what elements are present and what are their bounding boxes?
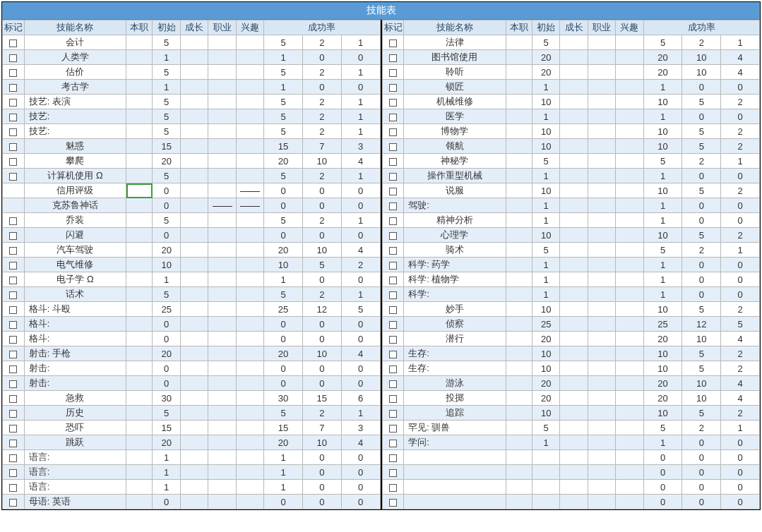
init-cell[interactable]: 5 (153, 35, 180, 50)
checkbox-icon[interactable] (9, 114, 17, 121)
grow-cell[interactable] (180, 80, 208, 95)
grow-cell[interactable] (560, 109, 588, 124)
prof-cell[interactable] (588, 213, 615, 228)
grow-cell[interactable] (180, 109, 208, 124)
init-cell[interactable]: 0 (153, 332, 180, 346)
grow-cell[interactable] (560, 183, 588, 198)
grow-cell[interactable] (180, 50, 208, 65)
occ-cell[interactable] (126, 109, 153, 124)
init-cell[interactable]: 10 (532, 183, 559, 198)
occ-cell[interactable] (506, 169, 532, 183)
prof-cell[interactable] (588, 183, 615, 198)
init-cell[interactable]: 1 (532, 169, 559, 183)
init-cell[interactable] (532, 450, 559, 465)
occ-cell[interactable] (506, 65, 532, 80)
prof-cell[interactable] (208, 302, 236, 317)
init-cell[interactable]: 20 (153, 243, 180, 258)
checkbox-icon[interactable] (389, 128, 397, 136)
mark-cell[interactable] (3, 154, 25, 169)
prof-cell[interactable] (588, 65, 615, 80)
interest-cell[interactable] (616, 465, 643, 480)
grow-cell[interactable] (180, 287, 208, 302)
checkbox-icon[interactable] (389, 202, 397, 210)
init-cell[interactable]: 20 (532, 376, 559, 391)
occ-cell[interactable] (126, 80, 153, 95)
prof-cell[interactable] (208, 213, 236, 228)
occ-cell[interactable] (506, 302, 532, 317)
grow-cell[interactable] (560, 465, 588, 480)
interest-cell[interactable] (616, 95, 643, 109)
grow-cell[interactable] (560, 95, 588, 109)
init-cell[interactable]: 5 (153, 109, 180, 124)
occ-cell[interactable] (506, 35, 532, 50)
mark-cell[interactable] (3, 480, 25, 495)
occ-cell[interactable] (506, 435, 532, 450)
init-cell[interactable]: 1 (532, 109, 559, 124)
init-cell[interactable]: 5 (153, 65, 180, 80)
mark-cell[interactable] (3, 421, 25, 435)
mark-cell[interactable] (382, 361, 404, 376)
mark-cell[interactable] (382, 287, 404, 302)
grow-cell[interactable] (180, 243, 208, 258)
interest-cell[interactable] (236, 95, 263, 109)
mark-cell[interactable] (3, 376, 25, 391)
init-cell[interactable]: 10 (532, 302, 559, 317)
interest-cell[interactable] (616, 213, 643, 228)
mark-cell[interactable] (3, 139, 25, 154)
grow-cell[interactable] (180, 124, 208, 139)
occ-cell[interactable] (126, 95, 153, 109)
checkbox-icon[interactable] (9, 365, 17, 373)
checkbox-icon[interactable] (389, 336, 397, 344)
init-cell[interactable]: 5 (153, 124, 180, 139)
interest-cell[interactable] (236, 213, 263, 228)
mark-cell[interactable] (3, 124, 25, 139)
init-cell[interactable]: 5 (153, 169, 180, 183)
init-cell[interactable] (532, 480, 559, 495)
init-cell[interactable]: 25 (153, 302, 180, 317)
prof-cell[interactable] (208, 332, 236, 346)
grow-cell[interactable] (560, 198, 588, 213)
mark-cell[interactable] (382, 480, 404, 495)
init-cell[interactable]: 1 (153, 465, 180, 480)
checkbox-icon[interactable] (9, 277, 17, 284)
occ-cell[interactable] (506, 198, 532, 213)
mark-cell[interactable] (3, 183, 25, 198)
init-cell[interactable]: 1 (532, 287, 559, 302)
occ-cell[interactable] (126, 198, 153, 213)
mark-cell[interactable] (382, 109, 404, 124)
checkbox-icon[interactable] (9, 247, 17, 255)
mark-cell[interactable] (3, 65, 25, 80)
prof-cell[interactable] (208, 480, 236, 495)
prof-cell[interactable] (588, 450, 615, 465)
interest-cell[interactable] (616, 406, 643, 421)
mark-cell[interactable] (3, 228, 25, 243)
occ-cell[interactable] (506, 109, 532, 124)
init-cell[interactable]: 5 (532, 154, 559, 169)
init-cell[interactable]: 20 (153, 154, 180, 169)
occ-cell[interactable] (506, 346, 532, 361)
interest-cell[interactable] (616, 258, 643, 272)
grow-cell[interactable] (560, 302, 588, 317)
occ-cell[interactable] (506, 213, 532, 228)
grow-cell[interactable] (560, 332, 588, 346)
occ-cell[interactable] (126, 376, 153, 391)
interest-cell[interactable] (236, 465, 263, 480)
grow-cell[interactable] (560, 317, 588, 332)
interest-cell[interactable] (616, 287, 643, 302)
occ-cell[interactable] (506, 450, 532, 465)
checkbox-icon[interactable] (389, 247, 397, 255)
occ-cell[interactable] (126, 495, 153, 509)
interest-cell[interactable] (616, 154, 643, 169)
prof-cell[interactable] (588, 287, 615, 302)
occ-cell[interactable] (506, 287, 532, 302)
prof-cell[interactable] (208, 65, 236, 80)
init-cell[interactable]: 0 (153, 317, 180, 332)
grow-cell[interactable] (180, 406, 208, 421)
checkbox-icon[interactable] (389, 380, 397, 388)
interest-cell[interactable] (616, 80, 643, 95)
checkbox-icon[interactable] (389, 306, 397, 314)
mark-cell[interactable] (3, 109, 25, 124)
occ-cell[interactable] (126, 243, 153, 258)
prof-cell[interactable] (208, 391, 236, 406)
init-cell[interactable]: 5 (532, 243, 559, 258)
